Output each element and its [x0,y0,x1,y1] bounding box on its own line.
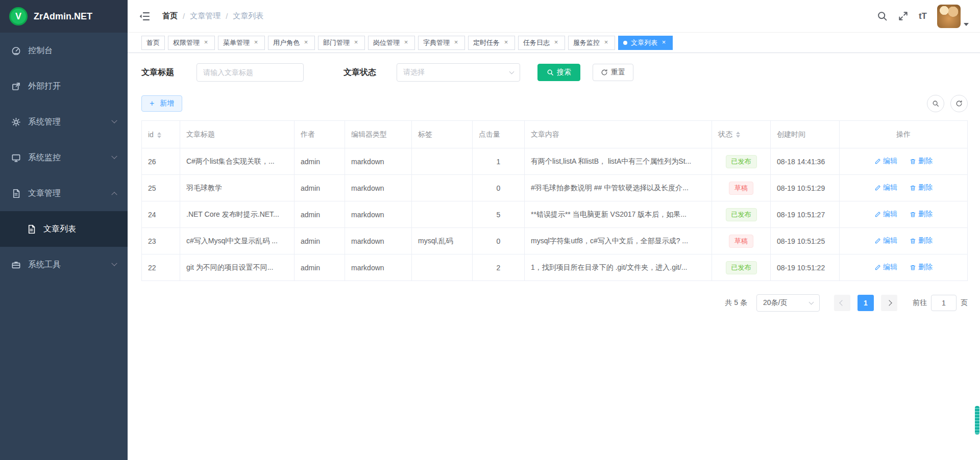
breadcrumb-separator: / [226,12,228,20]
add-button[interactable]: 新增 [141,95,182,112]
refresh-table-button[interactable] [950,95,968,112]
cell-content: 有两个list,listA 和listB， listA中有三个属性列为St... [525,148,712,175]
cell-editor: markdown [345,148,412,175]
edit-button[interactable]: 编辑 [874,210,897,219]
table-tools [927,95,968,112]
close-icon[interactable] [552,39,560,46]
column-header-status[interactable]: 状态 [712,121,771,148]
close-icon[interactable] [352,39,360,46]
close-icon[interactable] [252,39,260,46]
trash-icon [910,264,916,271]
toolbox-icon [11,260,21,270]
tab-dict[interactable]: 字典管理 [418,36,465,50]
edit-button[interactable]: 编辑 [874,183,897,192]
cell-status: 草稿 [712,228,771,254]
tab-permission[interactable]: 权限管理 [168,36,215,50]
sidebar-item-system-tools[interactable]: 系统工具 [0,247,128,283]
delete-button[interactable]: 删除 [910,210,933,219]
logo-icon: V [9,7,28,25]
header-search-button[interactable] [877,11,888,21]
sort-desc-icon[interactable] [736,135,740,138]
tab-scheduled-task[interactable]: 定时任务 [468,36,515,50]
tab-user-role[interactable]: 用户角色 [268,36,315,50]
next-page-button[interactable] [881,295,897,311]
sort-carets[interactable] [157,132,161,138]
article-status-select[interactable]: 请选择 [397,63,520,82]
edit-button[interactable]: 编辑 [874,157,897,166]
trash-icon [910,158,916,165]
reset-button[interactable]: 重置 [593,64,633,81]
cell-created: 08-19 10:51:29 [771,175,840,201]
close-icon[interactable] [602,39,610,46]
delete-button[interactable]: 删除 [910,183,933,192]
close-icon[interactable] [302,39,310,46]
user-menu[interactable] [937,5,969,28]
cell-hits: 0 [473,228,525,254]
tab-article-list-active[interactable]: 文章列表 [618,36,673,50]
close-icon[interactable] [660,39,668,46]
sidebar-item-external-open[interactable]: 外部打开 [0,68,128,104]
page-number-1[interactable]: 1 [857,295,874,311]
chevron-left-icon [839,300,845,305]
edit-button[interactable]: 编辑 [874,263,897,272]
sort-desc-icon[interactable] [157,136,161,138]
chevron-down-icon [111,118,117,123]
close-icon[interactable] [452,39,460,46]
prev-page-button[interactable] [834,295,850,311]
edit-button[interactable]: 编辑 [874,236,897,245]
close-icon[interactable] [202,39,210,46]
cell-author: admin [295,148,345,175]
column-header-id[interactable]: id [142,121,180,148]
sidebar-item-system-monitor[interactable]: 系统监控 [0,140,128,175]
tab-label: 文章列表 [631,38,657,47]
tab-label: 定时任务 [473,38,500,47]
sidebar-item-article-management[interactable]: 文章管理 [0,175,128,211]
tab-home[interactable]: 首页 [141,36,165,50]
search-button-label: 搜索 [557,68,571,77]
search-button[interactable]: 搜索 [537,64,580,81]
topbar-actions [877,5,969,28]
tab-post[interactable]: 岗位管理 [368,36,415,50]
pencil-icon [874,211,881,218]
sidebar-toggle-button[interactable] [139,11,150,22]
show-search-toggle-button[interactable] [927,95,944,112]
chevron-down-icon [111,261,117,266]
cell-ops: 编辑 删除 [840,228,968,254]
font-size-icon[interactable] [919,11,927,21]
status-badge: 已发布 [726,155,757,168]
tab-menu[interactable]: 菜单管理 [218,36,265,50]
sidebar-item-system-management[interactable]: 系统管理 [0,104,128,140]
scrollbar-thumb[interactable] [975,406,979,435]
app-logo[interactable]: V ZrAdmin.NET [0,0,128,33]
tags-view-bar: 首页 权限管理 菜单管理 用户角色 部门管理 岗位管理 字典管理 定时任务 任务… [128,33,980,53]
trash-icon [910,238,916,244]
cell-status: 已发布 [712,201,771,228]
fullscreen-button[interactable] [898,11,909,21]
breadcrumb-article-management[interactable]: 文章管理 [190,11,220,21]
delete-button[interactable]: 删除 [910,263,933,272]
pagination: 共 5 条 20条/页 1 前往 页 [141,294,968,312]
column-header-tags: 标签 [412,121,473,148]
logo-letter: V [15,11,21,22]
sort-asc-icon[interactable] [736,132,740,134]
sort-asc-icon[interactable] [157,132,161,135]
close-icon[interactable] [402,39,410,46]
table-row: 26 C#两个list集合实现关联，... admin markdown 1 有… [142,148,968,175]
sidebar-item-label: 系统工具 [28,260,61,270]
page-size-select[interactable]: 20条/页 [756,294,820,312]
sidebar-item-dashboard[interactable]: 控制台 [0,33,128,68]
goto-page-input[interactable] [931,295,957,311]
tab-service-monitor[interactable]: 服务监控 [568,36,615,50]
tab-task-log[interactable]: 任务日志 [518,36,565,50]
delete-button[interactable]: 删除 [910,236,933,245]
tab-department[interactable]: 部门管理 [318,36,365,50]
breadcrumb-home[interactable]: 首页 [162,11,178,21]
cell-created: 08-19 10:51:25 [771,228,840,254]
status-badge: 草稿 [729,235,753,248]
sort-carets[interactable] [736,132,740,138]
chevron-up-icon [111,192,117,197]
close-icon[interactable] [502,39,510,46]
sidebar-item-article-list[interactable]: 文章列表 [0,211,128,247]
article-title-input[interactable] [197,63,304,82]
delete-button[interactable]: 删除 [910,157,933,166]
